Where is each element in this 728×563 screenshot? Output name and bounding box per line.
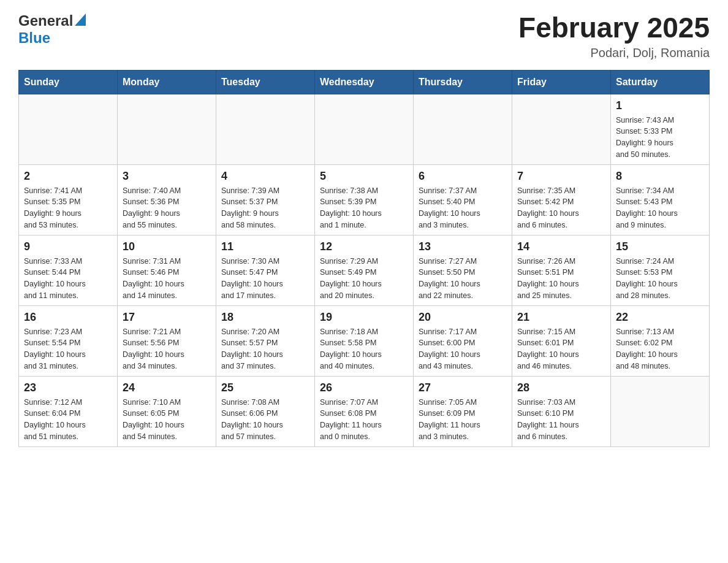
calendar-cell <box>512 94 611 164</box>
day-info: Sunrise: 7:18 AMSunset: 5:58 PMDaylight:… <box>320 326 408 372</box>
day-number: 23 <box>24 381 112 394</box>
day-number: 7 <box>517 170 605 183</box>
day-number: 25 <box>221 381 309 394</box>
day-info: Sunrise: 7:13 AMSunset: 6:02 PMDaylight:… <box>616 326 704 372</box>
calendar-cell: 25Sunrise: 7:08 AMSunset: 6:06 PMDayligh… <box>216 376 315 446</box>
calendar-cell: 18Sunrise: 7:20 AMSunset: 5:57 PMDayligh… <box>216 305 315 376</box>
day-number: 22 <box>616 311 704 324</box>
day-info: Sunrise: 7:03 AMSunset: 6:10 PMDaylight:… <box>517 397 605 443</box>
day-number: 18 <box>221 311 309 324</box>
calendar-cell: 11Sunrise: 7:30 AMSunset: 5:47 PMDayligh… <box>216 235 315 305</box>
day-info: Sunrise: 7:08 AMSunset: 6:06 PMDaylight:… <box>221 397 309 443</box>
day-info: Sunrise: 7:12 AMSunset: 6:04 PMDaylight:… <box>24 397 112 443</box>
calendar-cell: 1Sunrise: 7:43 AMSunset: 5:33 PMDaylight… <box>611 94 710 164</box>
day-info: Sunrise: 7:15 AMSunset: 6:01 PMDaylight:… <box>517 326 605 372</box>
week-row-4: 16Sunrise: 7:23 AMSunset: 5:54 PMDayligh… <box>19 305 710 376</box>
day-number: 10 <box>123 240 211 253</box>
day-info: Sunrise: 7:43 AMSunset: 5:33 PMDaylight:… <box>616 115 704 161</box>
calendar-cell: 21Sunrise: 7:15 AMSunset: 6:01 PMDayligh… <box>512 305 611 376</box>
calendar-cell: 14Sunrise: 7:26 AMSunset: 5:51 PMDayligh… <box>512 235 611 305</box>
day-info: Sunrise: 7:35 AMSunset: 5:42 PMDaylight:… <box>517 185 605 231</box>
day-info: Sunrise: 7:38 AMSunset: 5:39 PMDaylight:… <box>320 185 408 231</box>
calendar-cell: 16Sunrise: 7:23 AMSunset: 5:54 PMDayligh… <box>19 305 118 376</box>
header-friday: Friday <box>512 70 611 94</box>
day-number: 12 <box>320 240 408 253</box>
logo-triangle-icon <box>75 13 86 28</box>
day-info: Sunrise: 7:41 AMSunset: 5:35 PMDaylight:… <box>24 185 112 231</box>
day-number: 9 <box>24 240 112 253</box>
week-row-5: 23Sunrise: 7:12 AMSunset: 6:04 PMDayligh… <box>19 376 710 446</box>
header-tuesday: Tuesday <box>216 70 315 94</box>
day-number: 1 <box>616 99 704 112</box>
day-number: 24 <box>123 381 211 394</box>
day-info: Sunrise: 7:23 AMSunset: 5:54 PMDaylight:… <box>24 326 112 372</box>
header-sunday: Sunday <box>19 70 118 94</box>
day-info: Sunrise: 7:17 AMSunset: 6:00 PMDaylight:… <box>419 326 507 372</box>
calendar-cell: 28Sunrise: 7:03 AMSunset: 6:10 PMDayligh… <box>512 376 611 446</box>
day-info: Sunrise: 7:37 AMSunset: 5:40 PMDaylight:… <box>419 185 507 231</box>
calendar-cell: 7Sunrise: 7:35 AMSunset: 5:42 PMDaylight… <box>512 164 611 235</box>
day-info: Sunrise: 7:21 AMSunset: 5:56 PMDaylight:… <box>123 326 211 372</box>
day-number: 16 <box>24 311 112 324</box>
day-info: Sunrise: 7:29 AMSunset: 5:49 PMDaylight:… <box>320 256 408 302</box>
day-number: 4 <box>221 170 309 183</box>
location-subtitle: Podari, Dolj, Romania <box>518 46 710 60</box>
weekday-header-row: Sunday Monday Tuesday Wednesday Thursday… <box>19 70 710 94</box>
calendar-cell: 5Sunrise: 7:38 AMSunset: 5:39 PMDaylight… <box>315 164 414 235</box>
calendar-cell: 2Sunrise: 7:41 AMSunset: 5:35 PMDaylight… <box>19 164 118 235</box>
day-number: 5 <box>320 170 408 183</box>
day-number: 27 <box>419 381 507 394</box>
day-number: 15 <box>616 240 704 253</box>
day-number: 28 <box>517 381 605 394</box>
day-info: Sunrise: 7:07 AMSunset: 6:08 PMDaylight:… <box>320 397 408 443</box>
day-info: Sunrise: 7:24 AMSunset: 5:53 PMDaylight:… <box>616 256 704 302</box>
calendar-table: Sunday Monday Tuesday Wednesday Thursday… <box>18 70 710 447</box>
week-row-1: 1Sunrise: 7:43 AMSunset: 5:33 PMDaylight… <box>19 94 710 164</box>
day-number: 20 <box>419 311 507 324</box>
day-info: Sunrise: 7:27 AMSunset: 5:50 PMDaylight:… <box>419 256 507 302</box>
day-number: 19 <box>320 311 408 324</box>
day-number: 11 <box>221 240 309 253</box>
day-info: Sunrise: 7:31 AMSunset: 5:46 PMDaylight:… <box>123 256 211 302</box>
calendar-cell <box>315 94 414 164</box>
calendar-cell: 23Sunrise: 7:12 AMSunset: 6:04 PMDayligh… <box>19 376 118 446</box>
logo-blue-text: Blue <box>18 29 50 46</box>
day-info: Sunrise: 7:39 AMSunset: 5:37 PMDaylight:… <box>221 185 309 231</box>
calendar-cell <box>611 376 710 446</box>
day-info: Sunrise: 7:26 AMSunset: 5:51 PMDaylight:… <box>517 256 605 302</box>
calendar-cell: 17Sunrise: 7:21 AMSunset: 5:56 PMDayligh… <box>118 305 216 376</box>
header-saturday: Saturday <box>611 70 710 94</box>
day-info: Sunrise: 7:05 AMSunset: 6:09 PMDaylight:… <box>419 397 507 443</box>
month-title: February 2025 <box>518 12 710 44</box>
calendar-cell: 26Sunrise: 7:07 AMSunset: 6:08 PMDayligh… <box>315 376 414 446</box>
calendar-cell: 9Sunrise: 7:33 AMSunset: 5:44 PMDaylight… <box>19 235 118 305</box>
logo: General Blue <box>18 12 86 47</box>
header-wednesday: Wednesday <box>315 70 414 94</box>
calendar-cell: 27Sunrise: 7:05 AMSunset: 6:09 PMDayligh… <box>414 376 512 446</box>
day-number: 13 <box>419 240 507 253</box>
day-info: Sunrise: 7:33 AMSunset: 5:44 PMDaylight:… <box>24 256 112 302</box>
calendar-cell: 19Sunrise: 7:18 AMSunset: 5:58 PMDayligh… <box>315 305 414 376</box>
day-number: 26 <box>320 381 408 394</box>
day-info: Sunrise: 7:34 AMSunset: 5:43 PMDaylight:… <box>616 185 704 231</box>
calendar-cell <box>216 94 315 164</box>
calendar-cell: 8Sunrise: 7:34 AMSunset: 5:43 PMDaylight… <box>611 164 710 235</box>
calendar-cell: 24Sunrise: 7:10 AMSunset: 6:05 PMDayligh… <box>118 376 216 446</box>
calendar-cell: 6Sunrise: 7:37 AMSunset: 5:40 PMDaylight… <box>414 164 512 235</box>
day-number: 17 <box>123 311 211 324</box>
calendar-cell: 3Sunrise: 7:40 AMSunset: 5:36 PMDaylight… <box>118 164 216 235</box>
week-row-3: 9Sunrise: 7:33 AMSunset: 5:44 PMDaylight… <box>19 235 710 305</box>
day-info: Sunrise: 7:30 AMSunset: 5:47 PMDaylight:… <box>221 256 309 302</box>
day-number: 2 <box>24 170 112 183</box>
logo-general-text: General <box>18 12 73 29</box>
header-monday: Monday <box>118 70 216 94</box>
calendar-cell <box>19 94 118 164</box>
calendar-cell <box>118 94 216 164</box>
svg-marker-0 <box>75 13 86 26</box>
calendar-cell: 12Sunrise: 7:29 AMSunset: 5:49 PMDayligh… <box>315 235 414 305</box>
day-info: Sunrise: 7:40 AMSunset: 5:36 PMDaylight:… <box>123 185 211 231</box>
calendar-cell: 10Sunrise: 7:31 AMSunset: 5:46 PMDayligh… <box>118 235 216 305</box>
page-header: General Blue February 2025 Podari, Dolj,… <box>18 12 710 60</box>
week-row-2: 2Sunrise: 7:41 AMSunset: 5:35 PMDaylight… <box>19 164 710 235</box>
day-info: Sunrise: 7:10 AMSunset: 6:05 PMDaylight:… <box>123 397 211 443</box>
